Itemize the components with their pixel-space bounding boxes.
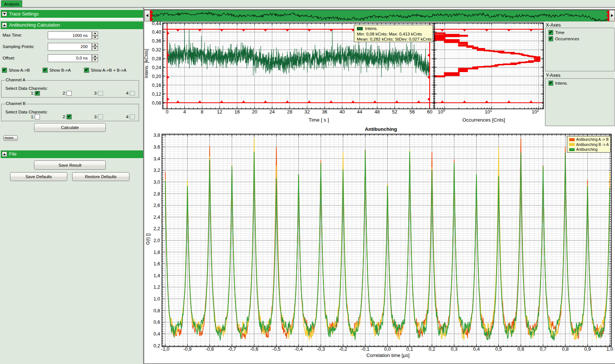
checkbox-icon xyxy=(2,68,7,73)
channel-a-4[interactable]: 4: xyxy=(126,91,135,96)
y-axes-title: Y-Axes xyxy=(546,73,560,78)
svg-text:1,0: 1,0 xyxy=(606,346,613,352)
checkbox-icon xyxy=(130,91,135,96)
legend-swatch xyxy=(569,138,575,141)
spin-down-button[interactable] xyxy=(92,58,98,62)
svg-text:2,8: 2,8 xyxy=(153,191,160,197)
svg-text:1,2: 1,2 xyxy=(153,284,160,290)
section-title-trace-settings: Trace Settings xyxy=(9,11,39,17)
sampling-points-value: 200 xyxy=(81,44,88,49)
svg-text:0,3: 0,3 xyxy=(451,346,457,352)
calculate-button[interactable]: Calculate xyxy=(34,123,106,132)
checkbox-show-a-b[interactable]: Show A->B xyxy=(2,68,30,73)
collapse-button-antibunching[interactable] xyxy=(2,23,7,28)
svg-text:0,2: 0,2 xyxy=(153,343,160,348)
section-header-file[interactable]: File xyxy=(1,150,143,159)
groupbox-legend: Channel A xyxy=(5,78,26,82)
y-axis-item-intens[interactable]: Intens. xyxy=(548,81,568,86)
legend-swatch xyxy=(569,143,575,146)
checkbox-icon xyxy=(98,114,103,119)
triangle-down-icon xyxy=(94,37,96,38)
svg-text:Occurrences [Cnts]: Occurrences [Cnts] xyxy=(462,117,505,123)
svg-text:0,2: 0,2 xyxy=(429,346,435,352)
collapse-button-trace-settings[interactable] xyxy=(2,11,7,17)
sampling-points-spinner xyxy=(92,43,98,51)
sampling-points-input[interactable]: 200 xyxy=(48,43,92,51)
channel-label: 1: xyxy=(31,115,35,119)
x-axis-item-time[interactable]: Time xyxy=(548,30,565,35)
tab-analysis[interactable]: Analysis xyxy=(1,0,22,7)
svg-text:8: 8 xyxy=(201,109,203,115)
spin-down-button[interactable] xyxy=(92,47,98,51)
svg-text:0,4: 0,4 xyxy=(473,346,480,352)
y-axes-box: Intens. xyxy=(545,78,615,126)
svg-text:0,40: 0,40 xyxy=(152,29,161,35)
navigator-scroll-left-button[interactable] xyxy=(144,10,150,22)
channel-a-2[interactable]: 2: xyxy=(63,91,72,96)
collapse-button-file[interactable] xyxy=(2,152,7,157)
save-result-button[interactable]: Save Result xyxy=(34,160,106,170)
svg-text:0,28: 0,28 xyxy=(152,56,161,61)
checkbox-icon xyxy=(548,36,554,41)
checkbox-show-b-a[interactable]: Show B->A xyxy=(43,68,71,73)
svg-text:2,6: 2,6 xyxy=(153,203,160,208)
svg-text:4: 4 xyxy=(183,109,186,115)
channel-b-3[interactable]: 3: xyxy=(94,114,103,119)
legend-label: Antibunching B -> A xyxy=(576,143,609,147)
svg-text:2,0: 2,0 xyxy=(153,238,160,243)
svg-text:0,36: 0,36 xyxy=(152,38,161,44)
antibunching-legend: Antibunching A -> B Antibunching B -> A … xyxy=(567,136,611,153)
triangle-down-icon xyxy=(3,13,6,15)
offset-input[interactable]: 0,0 ns xyxy=(48,54,92,62)
channel-label: 4: xyxy=(126,91,130,95)
svg-text:G(t) []: G(t) [] xyxy=(145,234,151,245)
x-axis-item-occurrences[interactable]: Occurrences xyxy=(548,36,579,41)
legend-swatch xyxy=(569,148,575,151)
svg-text:0,8: 0,8 xyxy=(153,308,160,313)
restore-defaults-button[interactable]: Restore Defaults xyxy=(72,172,129,181)
offset-spinner xyxy=(92,54,98,62)
section-header-antibunching[interactable]: Antibunching Calculation xyxy=(1,21,143,30)
groupbox-legend: Channel B xyxy=(5,101,27,106)
svg-text:0,20: 0,20 xyxy=(152,74,161,79)
svg-text:1,0: 1,0 xyxy=(153,296,160,302)
checkbox-icon xyxy=(548,30,554,35)
channel-a-3[interactable]: 3: xyxy=(94,91,103,96)
channel-b-1[interactable]: 1: xyxy=(31,114,40,119)
more-button[interactable]: more... xyxy=(3,135,18,141)
svg-text:56: 56 xyxy=(409,109,415,115)
channel-a-1[interactable]: 1: xyxy=(31,91,40,96)
channel-label: 2: xyxy=(63,115,67,119)
groupbox-channel-a: Channel A Select Data Channels: 1: 2: 3:… xyxy=(1,80,139,98)
x-axes-title: X-Axes xyxy=(546,23,561,28)
series-swatch xyxy=(357,27,363,30)
sidebar: Trace Settings Antibunching Calculation … xyxy=(0,8,143,364)
svg-text:32: 32 xyxy=(304,109,310,115)
channel-b-2[interactable]: 2: xyxy=(63,114,72,119)
restore-defaults-button-label: Restore Defaults xyxy=(85,174,117,179)
svg-text:-0,2: -0,2 xyxy=(339,346,347,352)
max-time-value: 1000 ns xyxy=(72,33,88,38)
checkbox-show-both[interactable]: Show A->B + B->A xyxy=(84,68,126,73)
svg-text:2,2: 2,2 xyxy=(153,226,160,231)
section-header-trace-settings[interactable]: Trace Settings xyxy=(1,10,143,18)
spin-down-button[interactable] xyxy=(92,35,98,40)
section-title-file: File xyxy=(9,152,17,157)
save-defaults-button[interactable]: Save Defaults xyxy=(10,172,67,181)
svg-text:Time [ s ]: Time [ s ] xyxy=(308,117,329,123)
tab-analysis-label: Analysis xyxy=(4,2,19,6)
svg-text:0: 0 xyxy=(166,109,168,115)
spin-up-button[interactable] xyxy=(92,43,98,47)
spin-up-button[interactable] xyxy=(92,54,98,58)
max-time-input[interactable]: 1000 ns xyxy=(48,31,92,39)
navigator-scroll-right-button[interactable] xyxy=(609,10,615,22)
triangle-down-icon xyxy=(94,59,96,61)
chart-canvas: 048121620242832364044485256600,080,120,1… xyxy=(143,0,615,364)
spin-up-button[interactable] xyxy=(92,31,98,35)
svg-text:0,5: 0,5 xyxy=(495,346,502,352)
triangle-down-icon xyxy=(94,48,96,49)
channel-b-4[interactable]: 4: xyxy=(126,114,135,119)
svg-text:36: 36 xyxy=(322,109,327,115)
svg-text:0,12: 0,12 xyxy=(152,91,161,97)
svg-text:60: 60 xyxy=(427,109,432,115)
